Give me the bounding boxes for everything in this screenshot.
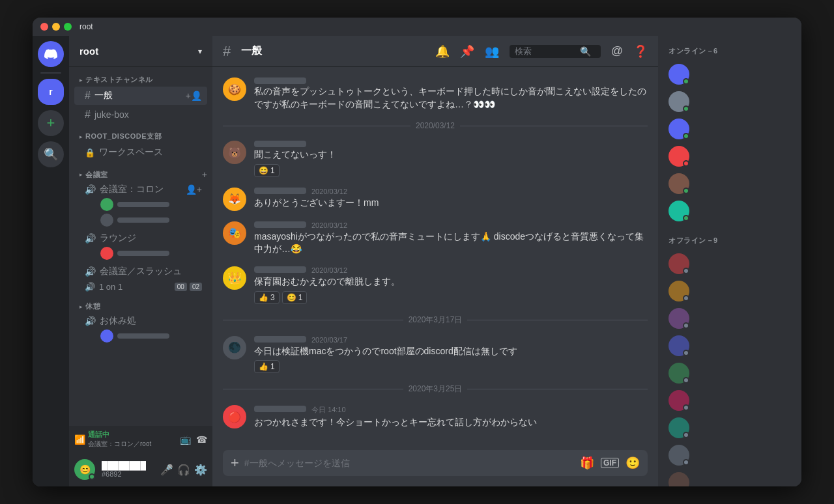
member-item[interactable] [663,198,796,224]
voice-channel-lounge[interactable]: 🔊 ラウンジ [74,231,207,263]
member-item[interactable] [663,143,796,169]
disconnect-icon[interactable]: ☎ [196,434,207,445]
add-server-button[interactable]: + [38,110,64,136]
member-item[interactable] [663,251,796,277]
collapse-arrow-icon: ▸ [79,133,83,140]
member-item[interactable] [663,387,796,413]
search-bar[interactable]: 🔍 [510,45,601,58]
message-row: 👑 2020/03/12 保育園おむかえなので離脱します。 👍 3 [223,266,648,304]
status-dot [683,78,689,85]
date-divider: 2020年3月17日 [223,315,648,326]
msg-reactions: 👍 1 [254,360,648,373]
reaction-item[interactable]: 😄 1 [254,164,280,177]
channel-item-workspace[interactable]: 🔒 ワークスペース [74,143,207,161]
bell-icon[interactable]: 🔔 [435,44,450,59]
maximize-button[interactable] [64,23,72,31]
message-row: 🎭 2020/03/12 masayoshiがつながったので私の音声ミュートにし… [223,221,648,256]
msg-username-bar [254,266,306,273]
status-dot [683,160,689,167]
server-icon-root[interactable]: r [38,79,64,105]
timer-badge-2: 02 [190,283,202,291]
channel-item-jukebox[interactable]: # juke-box [74,105,207,124]
lock-icon: 🔒 [85,148,95,158]
add-channel-icon[interactable]: + [202,169,207,180]
channel-name-jukebox: juke-box [94,109,202,120]
settings-icon[interactable]: ⚙️ [194,464,207,476]
main-layout: r + 🔍 root ▾ ▸ テキストチャンネル # 一般 +👤 [33,36,801,486]
member-item[interactable] [663,333,796,359]
member-item[interactable] [663,278,796,304]
msg-avatar: 🔴 [223,405,246,428]
offline-section-title: オフライン－9 [663,236,796,245]
msg-content: 聞こえてないっす！ 😄 1 [254,141,648,177]
voice-category-header[interactable]: ▸ 会議室 + [69,167,212,181]
msg-header: 今日 14:10 [254,405,648,415]
message-row: 🦊 2020/03/12 ありがとうございますー！mm [223,188,648,211]
members-icon[interactable]: 👥 [485,44,499,59]
channel-item-1on1[interactable]: 🔊 1 on 1 00 02 [74,280,207,294]
add-attachment-button[interactable]: + [231,455,239,471]
text-category-header[interactable]: ▸ テキストチャンネル [69,72,212,86]
search-input[interactable] [515,46,580,56]
member-avatar [669,119,689,139]
user-avatar-container: 😊 [74,459,95,480]
timer-badge-1: 00 [175,283,187,291]
member-item[interactable] [663,305,796,331]
emoji-icon[interactable]: 🙂 [626,456,640,470]
reaction-emoji: 👍 [259,293,268,302]
reaction-item[interactable]: 👍 1 [254,360,280,373]
rest-category-header[interactable]: ▸ 休憩 [69,299,212,313]
member-item[interactable] [663,61,796,87]
headphone-icon[interactable]: 🎧 [177,464,190,476]
screen-share-icon[interactable]: 📺 [180,434,191,445]
titlebar: root [33,18,801,36]
user-status-dot [89,473,95,480]
voice-user-avatar-2 [100,214,113,227]
discord-home-button[interactable] [38,41,64,67]
collapse-arrow-icon: ▸ [79,303,83,310]
date-text: 2020年3月17日 [409,315,463,326]
voice-channel-kolon[interactable]: 🔊 会議室：コロン 👤+ [74,182,207,230]
chat-channel-name: 一般 [241,44,262,58]
close-button[interactable] [40,23,48,31]
reaction-item[interactable]: 😊 1 [282,291,308,304]
root-category-header[interactable]: ▸ ROOT_DISCODE支部 [69,129,212,143]
microphone-icon[interactable]: 🎤 [160,464,173,476]
pin-icon[interactable]: 📌 [460,44,474,59]
channel-item-general[interactable]: # 一般 +👤 [74,87,207,105]
mention-icon[interactable]: @ [611,44,623,58]
member-item[interactable] [663,442,796,468]
msg-text: おつかれさまです！今ショートかっとキー忘れて話し方がわからない [254,416,648,429]
msg-username-bar [254,188,306,194]
msg-text: masayoshiがつながったので私の音声ミュートにします🙏 discodeつな… [254,231,648,256]
msg-username-bar [254,221,306,228]
voice-channel-name-lounge: ラウンジ [100,232,202,244]
avatar-img [669,472,689,486]
server-name-bar[interactable]: root ▾ [69,36,212,67]
voice-channel-slash[interactable]: 🔊 会議室／スラッシュ [74,264,207,279]
voice-channel-name-slash: 会議室／スラッシュ [100,266,202,277]
app-window: root r + 🔍 root ▾ ▸ [33,18,801,486]
reaction-item[interactable]: 👍 3 [254,291,280,304]
member-item[interactable] [663,89,796,115]
gif-button[interactable]: GIF [601,458,619,468]
member-item[interactable] [663,171,796,197]
minimize-button[interactable] [52,23,60,31]
member-item[interactable] [663,116,796,142]
member-item[interactable] [663,360,796,386]
help-icon[interactable]: ❓ [633,44,648,59]
voice-user-name-lounge [117,251,169,256]
message-input[interactable] [244,450,575,476]
chat-input-area: + 🎁 GIF 🙂 [212,440,658,486]
offline-members-list [663,251,796,486]
member-item[interactable] [663,415,796,441]
member-avatar [669,390,689,411]
status-dot [683,404,689,411]
input-icons: 🎁 GIF 🙂 [580,456,640,470]
msg-username-bar [254,141,306,147]
voice-channel-rest[interactable]: 🔊 お休み処 [74,313,207,346]
message-row: 🌑 2020/03/17 今日は検証機macをつかうのでroot部屋のdisco… [223,336,648,374]
explore-servers-button[interactable]: 🔍 [38,141,64,167]
member-item[interactable] [663,469,796,486]
gift-icon[interactable]: 🎁 [580,456,594,470]
